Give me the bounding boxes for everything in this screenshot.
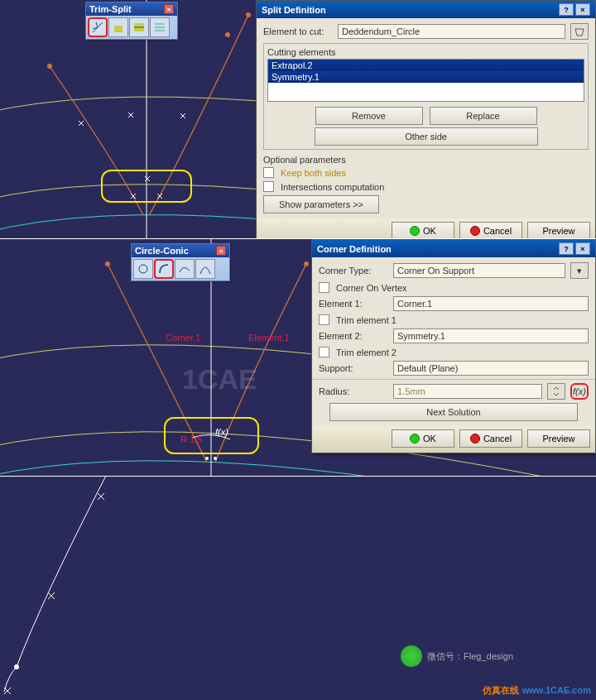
- intersections-checkbox[interactable]: [263, 181, 274, 192]
- support-label: Support:: [319, 363, 390, 373]
- trim-split-toolbar[interactable]: Trim-Split×: [85, 2, 178, 40]
- cancel-button[interactable]: Cancel: [459, 429, 522, 448]
- radius-label: Radius:: [319, 386, 390, 396]
- svg-point-4: [225, 32, 230, 37]
- radius-field[interactable]: 1.5mm: [393, 384, 542, 399]
- keep-both-sides-label: Keep both sides: [281, 168, 346, 178]
- svg-rect-17: [114, 26, 123, 32]
- dropdown-icon[interactable]: ▾: [570, 262, 589, 279]
- svg-point-21: [105, 261, 110, 266]
- close-icon[interactable]: ×: [164, 4, 174, 14]
- circle-conic-toolbar[interactable]: Circle-Conic×: [131, 243, 230, 281]
- svg-point-30: [14, 664, 19, 669]
- element1-label: Element 1:: [319, 299, 390, 309]
- sew-tool-icon[interactable]: [150, 17, 170, 37]
- element1-field[interactable]: Corner.1: [393, 296, 589, 311]
- split-tool-icon[interactable]: [88, 17, 108, 37]
- close-button[interactable]: ×: [575, 242, 590, 255]
- other-side-button[interactable]: Other side: [315, 127, 538, 146]
- element2-label: Element 2:: [319, 331, 390, 341]
- element2-field[interactable]: Symmetry.1: [393, 328, 589, 343]
- replace-button[interactable]: Replace: [430, 107, 537, 125]
- wechat-icon: [401, 645, 422, 667]
- toolbar-title: Circle-Conic: [135, 246, 189, 256]
- corner-type-label: Corner Type:: [319, 266, 390, 276]
- close-button[interactable]: ×: [575, 3, 590, 16]
- svg-point-23: [205, 457, 209, 460]
- element-to-cut-field[interactable]: Deddendum_Circle: [338, 24, 565, 39]
- svg-point-2: [246, 12, 251, 17]
- toolbar-title: Trim-Split: [89, 4, 132, 14]
- trim2-checkbox[interactable]: [319, 347, 329, 357]
- svg-text:Element.1: Element.1: [248, 333, 290, 343]
- trim1-checkbox[interactable]: [319, 314, 329, 325]
- help-button[interactable]: ?: [559, 3, 574, 16]
- next-solution-button[interactable]: Next Solution: [329, 403, 578, 421]
- circle-tool-icon[interactable]: [133, 259, 153, 279]
- svg-point-24: [214, 457, 217, 460]
- corner-tool-icon[interactable]: [154, 259, 174, 279]
- trim-tool-icon[interactable]: [108, 17, 128, 37]
- intersections-label: Intersections computation: [281, 182, 384, 192]
- ok-button[interactable]: OK: [392, 429, 454, 448]
- spinner-icon[interactable]: [547, 383, 565, 400]
- ok-button[interactable]: OK: [392, 222, 454, 238]
- cutting-elements-list[interactable]: Extrapol.2 Symmetry.1: [267, 59, 584, 102]
- corner-on-vertex-checkbox[interactable]: [319, 282, 329, 293]
- preview-button[interactable]: Preview: [527, 222, 590, 238]
- support-field[interactable]: Default (Plane): [393, 361, 589, 376]
- corner-type-select[interactable]: Corner On Support: [393, 263, 565, 278]
- trim2-label: Trim element 2: [336, 348, 397, 357]
- connect-tool-icon[interactable]: [175, 259, 195, 279]
- wechat-watermark: 微信号：Fleg_design: [401, 645, 513, 667]
- remove-button[interactable]: Remove: [315, 107, 423, 125]
- list-item[interactable]: Symmetry.1: [268, 71, 584, 83]
- help-button[interactable]: ?: [559, 242, 574, 255]
- svg-point-29: [139, 265, 147, 273]
- formula-button[interactable]: f(x): [570, 383, 589, 400]
- bag-icon[interactable]: [570, 23, 589, 40]
- svg-point-1: [47, 64, 52, 69]
- element-to-cut-label: Element to cut:: [263, 26, 334, 36]
- highlight-box-1: [101, 170, 192, 203]
- footer-brand: 仿真在线 www.1CAE.com: [483, 683, 591, 697]
- svg-point-22: [304, 261, 309, 266]
- conic-tool-icon[interactable]: [195, 259, 215, 279]
- keep-both-sides-checkbox[interactable]: [263, 167, 274, 178]
- trim1-label: Trim element 1: [336, 315, 397, 325]
- list-item[interactable]: Extrapol.2: [268, 60, 584, 71]
- preview-button[interactable]: Preview: [527, 429, 590, 448]
- cutting-elements-group: Cutting elements Extrapol.2 Symmetry.1 R…: [263, 43, 589, 150]
- show-parameters-button[interactable]: Show parameters >>: [263, 195, 379, 213]
- corner-definition-dialog: Corner Definition ?× Corner Type: Corner…: [311, 239, 596, 453]
- split-definition-dialog: Split Definition ?× Element to cut: Dedd…: [256, 0, 596, 238]
- dialog-title: Split Definition: [262, 5, 326, 15]
- optional-parameters-label: Optional parameters: [263, 155, 589, 165]
- corner-on-vertex-label: Corner On Vertex: [336, 283, 407, 293]
- dialog-title: Corner Definition: [317, 244, 392, 254]
- close-icon[interactable]: ×: [216, 246, 226, 256]
- highlight-box-2: [164, 417, 259, 454]
- svg-text:Corner.1: Corner.1: [166, 333, 200, 343]
- untrim-tool-icon[interactable]: [129, 17, 149, 37]
- cancel-button[interactable]: Cancel: [459, 222, 522, 238]
